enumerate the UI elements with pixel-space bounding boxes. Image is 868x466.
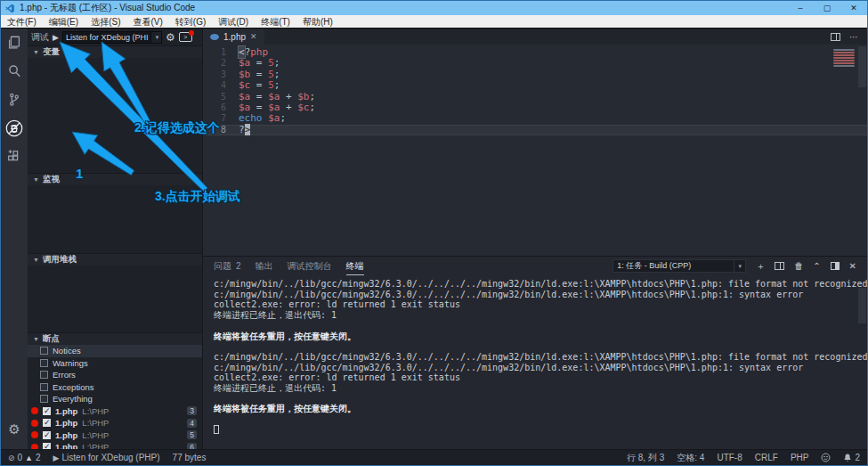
breakpoint-dot bbox=[31, 431, 38, 438]
line-number: 6 bbox=[203, 102, 226, 113]
tab-output[interactable]: 输出 bbox=[256, 257, 273, 275]
tab-1php[interactable]: 1.php ✕ bbox=[203, 29, 264, 45]
menu-item[interactable]: 编辑(E) bbox=[43, 15, 85, 29]
close-panel-icon[interactable]: ✕ bbox=[849, 261, 856, 271]
code-text: ?> bbox=[226, 125, 250, 135]
indentation[interactable]: 空格: 4 bbox=[677, 452, 704, 464]
debug-status[interactable]: ▶ Listen for XDebug (PHP) bbox=[53, 453, 160, 462]
play-icon: ▶ bbox=[53, 454, 60, 462]
line-number: 1 bbox=[203, 47, 226, 58]
problems-status[interactable]: ⊘ 0 ▲ 2 bbox=[8, 453, 41, 462]
section-watch[interactable]: ▼ 监视 bbox=[28, 173, 202, 185]
kill-terminal-icon[interactable]: 🗑 bbox=[794, 261, 803, 271]
debug-view-label: 调试 bbox=[31, 31, 49, 44]
menu-item[interactable]: 终端(T) bbox=[255, 15, 296, 29]
section-call-stack[interactable]: ▼ 调用堆栈 bbox=[28, 253, 202, 266]
code-line[interactable]: 6$a = $a + $c; bbox=[203, 102, 867, 113]
editor-scrollbar[interactable] bbox=[858, 46, 866, 87]
terminal-instance-dropdown[interactable]: 1: 任务 - Build (CPP) ▼ bbox=[612, 259, 746, 273]
menu-item[interactable]: 转到(G) bbox=[169, 15, 212, 29]
code-line[interactable]: 2$a = 5; bbox=[203, 58, 867, 69]
explorer-icon[interactable] bbox=[1, 29, 28, 57]
status-bar: ⊘ 0 ▲ 2 ▶ Listen for XDebug (PHP) 77 byt… bbox=[1, 449, 867, 465]
breakpoint-row[interactable]: 1.phpL:\PHP6 bbox=[28, 441, 202, 449]
menu-item[interactable]: 选择(S) bbox=[85, 15, 126, 29]
terminal-output[interactable]: c:/mingw/bin/../lib/gcc/mingw32/6.3.0/..… bbox=[203, 275, 867, 449]
breakpoint-row[interactable]: 1.phpL:\PHP3 bbox=[28, 405, 202, 418]
breakpoint-row[interactable]: 1.phpL:\PHP5 bbox=[28, 429, 202, 442]
extensions-icon[interactable] bbox=[1, 143, 28, 171]
tab-problems[interactable]: 问题 2 bbox=[214, 257, 241, 275]
maximize-button[interactable]: ▢ bbox=[814, 1, 840, 15]
new-terminal-icon[interactable]: ＋ bbox=[756, 260, 765, 273]
checkbox[interactable] bbox=[43, 419, 51, 427]
notifications-bell[interactable]: 2 bbox=[843, 453, 860, 462]
section-variables[interactable]: ▼ 变量 bbox=[28, 45, 202, 58]
section-breakpoints[interactable]: ▼ 断点 bbox=[28, 332, 202, 345]
menu-item[interactable]: 文件(F) bbox=[1, 15, 43, 29]
debug-icon[interactable] bbox=[1, 114, 28, 143]
code-line[interactable]: 8?> bbox=[203, 125, 867, 135]
eol[interactable]: CRLF bbox=[755, 453, 778, 462]
breakpoint-filter-row[interactable]: Warnings bbox=[28, 357, 202, 370]
checkbox[interactable] bbox=[40, 347, 48, 355]
configure-launch-icon[interactable]: ⚙ bbox=[166, 31, 175, 44]
breakpoint-filter-row[interactable]: Exceptions bbox=[28, 381, 202, 394]
code-line[interactable]: 3$b = 5; bbox=[203, 69, 867, 80]
terminal-scrollbar[interactable] bbox=[858, 288, 866, 323]
notification-dot bbox=[189, 30, 194, 36]
breakpoint-filter-row[interactable]: Errors bbox=[28, 369, 202, 381]
code-editor[interactable]: 1<?php2$a = 5;3$b = 5;4$c = 5;5$a = $a +… bbox=[203, 45, 867, 256]
checkbox[interactable] bbox=[43, 431, 51, 439]
twistie-icon: ▼ bbox=[33, 336, 39, 342]
maximize-panel-icon[interactable] bbox=[831, 262, 840, 270]
feedback-smiley-icon[interactable] bbox=[821, 453, 831, 462]
chevron-down-icon: ▼ bbox=[734, 260, 745, 272]
split-editor-icon[interactable] bbox=[831, 33, 840, 41]
settings-gear-icon[interactable]: ⚙ bbox=[1, 415, 28, 444]
file-size-status: 77 bytes bbox=[173, 453, 207, 462]
checkbox[interactable] bbox=[40, 359, 48, 367]
language-mode[interactable]: PHP bbox=[791, 453, 809, 462]
menu-item[interactable]: 调试(D) bbox=[212, 15, 255, 29]
minimize-button[interactable]: – bbox=[787, 1, 814, 15]
breakpoint-row[interactable]: 1.phpL:\PHP4 bbox=[28, 417, 202, 429]
checkbox[interactable] bbox=[40, 383, 48, 391]
search-icon[interactable] bbox=[1, 57, 28, 86]
php-file-icon bbox=[210, 34, 219, 40]
debug-console-icon[interactable]: > bbox=[179, 32, 192, 42]
tab-terminal[interactable]: 终端 bbox=[346, 257, 364, 275]
close-button[interactable]: ✕ bbox=[840, 1, 867, 15]
title-bar: 1.php - 无标题 (工作区) - Visual Studio Code –… bbox=[1, 1, 867, 15]
terminal-line: c:/mingw/bin/../lib/gcc/mingw32/6.3.0/..… bbox=[214, 352, 867, 363]
code-line[interactable]: 7echo $a; bbox=[203, 113, 867, 124]
menu-item[interactable]: 帮助(H) bbox=[296, 15, 339, 29]
more-actions-icon[interactable]: ⋯ bbox=[849, 32, 858, 42]
tab-debug-console[interactable]: 调试控制台 bbox=[288, 257, 332, 275]
terminal-line: 终端进程已终止，退出代码: 1 bbox=[214, 383, 867, 394]
cursor-position[interactable]: 行 8, 列 3 bbox=[627, 452, 664, 464]
checkbox[interactable] bbox=[40, 395, 48, 403]
code-line[interactable]: 1<?php bbox=[203, 47, 867, 58]
checkbox[interactable] bbox=[43, 407, 51, 415]
vscode-window: 1.php - 无标题 (工作区) - Visual Studio Code –… bbox=[0, 0, 868, 466]
terminal-line: collect2.exe: error: ld returned 1 exit … bbox=[214, 299, 867, 310]
breakpoint-line-badge: 6 bbox=[187, 443, 197, 449]
checkbox[interactable] bbox=[40, 371, 48, 379]
minimap[interactable] bbox=[833, 48, 855, 68]
collapse-icon[interactable]: ⌃ bbox=[813, 261, 820, 271]
variables-body bbox=[28, 58, 202, 173]
close-tab-icon[interactable]: ✕ bbox=[250, 32, 257, 41]
breakpoint-filter-row[interactable]: Everything bbox=[28, 393, 202, 405]
menu-item[interactable]: 查看(V) bbox=[126, 15, 168, 29]
source-control-icon[interactable] bbox=[1, 86, 28, 114]
terminal-line bbox=[214, 414, 867, 425]
debug-config-dropdown[interactable]: Listen for XDebug (PHI ▼ bbox=[62, 31, 162, 44]
encoding[interactable]: UTF-8 bbox=[717, 453, 742, 462]
panel-tab-bar: 问题 2 输出 调试控制台 终端 1: 任务 - Build (CPP) bbox=[203, 257, 867, 275]
start-debug-button[interactable]: ▶ bbox=[53, 33, 59, 42]
terminal-line bbox=[214, 394, 867, 405]
breakpoint-filter-row[interactable]: Notices bbox=[28, 345, 202, 357]
split-terminal-icon[interactable] bbox=[775, 262, 784, 270]
checkbox[interactable] bbox=[43, 443, 51, 449]
